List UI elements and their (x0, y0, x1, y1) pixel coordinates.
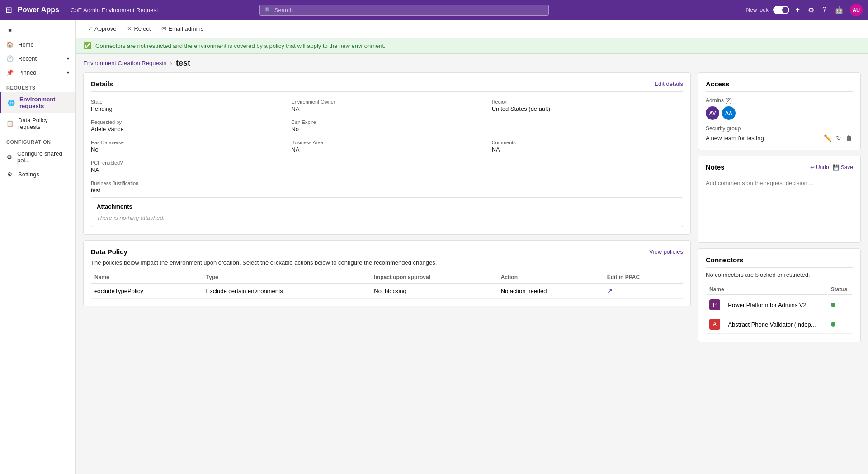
help-button[interactable]: ? (821, 4, 828, 16)
connectors-card: Connectors No connectors are blocked or … (698, 248, 861, 342)
connectors-table: Name Status P Power Platform for Admins … (706, 284, 853, 335)
requested-by-value: Adele Vance (91, 126, 282, 133)
search-input[interactable] (274, 7, 544, 14)
waffle-icon[interactable]: ⊞ (5, 5, 12, 15)
search-bar[interactable]: 🔍 (259, 5, 549, 16)
state-value: Pending (91, 105, 282, 112)
has-dataverse-label: Has Dataverse (91, 140, 282, 145)
new-look-toggle[interactable] (773, 6, 789, 14)
pcf-enabled-field: PCF enabled? NA (91, 160, 282, 173)
details-card-header: Details Edit details (91, 80, 683, 92)
connector-name-1: Power Platform for Admins V2 (725, 296, 827, 314)
region-value: United States (default) (492, 105, 683, 112)
admins-label: Admins (2) (706, 97, 853, 104)
alert-message: Connectors are not restricted and the en… (95, 43, 386, 49)
attachments-empty: There is nothing attached. (97, 214, 677, 221)
connector-icon-2: A (707, 315, 724, 334)
breadcrumb-parent[interactable]: Environment Creation Requests (83, 60, 166, 66)
comments-label: Comments (492, 140, 683, 145)
business-area-field: Business Area NA (291, 140, 482, 153)
toolbar: ✓ Approve ✕ Reject ✉ Email admins (76, 20, 868, 38)
approve-button[interactable]: ✓ Approve (83, 23, 121, 35)
delete-security-group-button[interactable]: 🗑 (845, 133, 853, 142)
main-panel: Details Edit details State Pending Envir… (83, 72, 691, 467)
settings-button[interactable]: ⚙ (806, 4, 816, 16)
alert-icon: ✅ (83, 42, 92, 50)
email-admins-button[interactable]: ✉ Email admins (157, 23, 208, 35)
notes-title: Notes (706, 163, 725, 171)
avatar-group: AV AA (706, 106, 853, 120)
add-button[interactable]: + (794, 4, 802, 16)
connector-icon-abstract: A (709, 319, 720, 330)
status-dot-2 (831, 322, 835, 327)
breadcrumb-current: test (176, 58, 190, 68)
env-owner-value: NA (291, 105, 482, 112)
security-group-label: Security group (706, 125, 853, 132)
recent-expand-icon: ▾ (67, 56, 69, 61)
access-card: Access Admins (2) AV AA Security group A… (698, 72, 861, 150)
save-label: Save (841, 164, 853, 171)
sidebar-item-configure-shared[interactable]: ⚙ Configure shared pol... (0, 147, 75, 167)
breadcrumb: Environment Creation Requests › test (76, 54, 868, 72)
approve-icon: ✓ (88, 25, 93, 32)
undo-button[interactable]: ↩ Undo (810, 164, 829, 171)
policy-name: excludeTypePolicy (91, 284, 202, 299)
env-requests-icon: 🌐 (8, 100, 15, 106)
sidebar-item-home[interactable]: 🏠 Home (0, 38, 75, 52)
sidebar-item-data-policy-requests[interactable]: 📋 Data Policy requests (0, 113, 75, 134)
reject-button[interactable]: ✕ Reject (123, 23, 155, 35)
has-dataverse-value: No (91, 146, 282, 153)
region-label: Region (492, 99, 683, 104)
security-group-name: A new team for testing (706, 135, 764, 142)
sidebar-item-environment-requests[interactable]: 🌐 Environment requests (0, 92, 75, 113)
sidebar-item-pinned[interactable]: 📌 Pinned ▾ (0, 66, 75, 80)
view-policies-link[interactable]: View policies (649, 248, 683, 255)
business-area-label: Business Area (291, 140, 482, 145)
policy-description: The policies below impact the environmen… (91, 259, 683, 266)
policy-table-row: excludeTypePolicy Exclude certain enviro… (91, 284, 683, 299)
notes-textarea[interactable] (706, 180, 853, 234)
data-policy-icon: 📋 (6, 120, 14, 127)
connector-name-2: Abstract Phone Validator (Indep... (725, 315, 827, 334)
hamburger-icon: ≡ (6, 27, 14, 34)
pcf-enabled-value: NA (91, 166, 282, 173)
can-expire-value: No (291, 126, 482, 133)
sidebar-item-settings[interactable]: ⚙ Settings (0, 167, 75, 181)
undo-icon: ↩ (810, 164, 815, 171)
save-button[interactable]: 💾 Save (833, 164, 853, 171)
sidebar: ≡ 🏠 Home 🕐 Recent ▾ 📌 Pinned ▾ Requests … (0, 20, 76, 474)
notes-header: Notes ↩ Undo 💾 Save (706, 163, 853, 175)
comments-field: Comments NA (492, 140, 683, 153)
data-policy-card: Data Policy View policies The policies b… (83, 240, 691, 306)
refresh-security-group-button[interactable]: ↻ (835, 133, 842, 142)
details-title: Details (91, 80, 113, 88)
can-expire-label: Can Expire (291, 119, 482, 125)
details-grid: State Pending Environment Owner NA Regio… (91, 99, 683, 194)
business-justification-label: Business Justification (91, 180, 683, 186)
policy-table: Name Type Impact upon approval Action Ed… (91, 271, 683, 299)
details-card: Details Edit details State Pending Envir… (83, 72, 691, 235)
user-avatar[interactable]: AU (850, 4, 863, 16)
state-field: State Pending (91, 99, 282, 112)
edit-security-group-button[interactable]: ✏️ (823, 133, 832, 142)
policy-edit-icon[interactable]: ↗ (604, 284, 683, 299)
policy-action: No action needed (497, 284, 604, 299)
col-type: Type (202, 271, 370, 284)
col-edit: Edit in PPAC (604, 271, 683, 284)
undo-label: Undo (816, 164, 829, 171)
notes-actions: ↩ Undo 💾 Save (810, 164, 853, 171)
can-expire-field: Can Expire No (291, 119, 482, 133)
sidebar-hamburger[interactable]: ≡ (0, 24, 75, 38)
content-area: ✓ Approve ✕ Reject ✉ Email admins ✅ Conn… (76, 20, 868, 474)
sidebar-env-requests-label: Environment requests (19, 96, 69, 109)
configuration-section-label: Configuration (0, 134, 75, 147)
page-title: CoE Admin Environment Request (71, 7, 158, 14)
data-policy-title: Data Policy (91, 248, 127, 256)
sidebar-item-recent[interactable]: 🕐 Recent ▾ (0, 52, 75, 66)
copilot-button[interactable]: 🤖 (833, 4, 845, 16)
main-layout: ≡ 🏠 Home 🕐 Recent ▾ 📌 Pinned ▾ Requests … (0, 20, 868, 474)
configure-icon: ⚙ (6, 154, 13, 161)
avatar-av: AV (706, 106, 719, 120)
data-policy-header: Data Policy View policies (91, 248, 683, 256)
edit-details-link[interactable]: Edit details (654, 81, 683, 87)
